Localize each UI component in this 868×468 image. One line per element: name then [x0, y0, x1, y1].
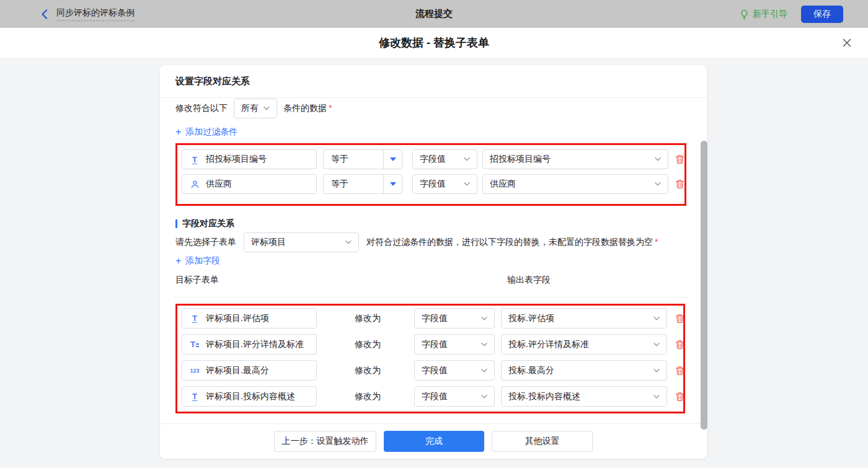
close-button[interactable] [841, 38, 852, 49]
value-type-select[interactable]: 字段值 [414, 386, 495, 407]
text-field-icon: T [189, 314, 200, 323]
mapping-section-title: 字段对应关系 [175, 218, 234, 229]
chevron-down-icon [481, 317, 487, 320]
caret-down-icon [383, 175, 402, 193]
dialog-titlebar: 修改数据 - 替换子表单 [0, 28, 868, 59]
value-type-select[interactable]: 字段值 [412, 149, 477, 169]
multiline-text-field-icon: T [189, 340, 200, 349]
chevron-down-icon [653, 317, 660, 320]
trash-icon [675, 154, 684, 164]
chevron-down-icon [481, 395, 487, 399]
trash-icon [675, 392, 684, 402]
person-field-icon [189, 180, 200, 189]
chevron-down-icon [464, 157, 470, 161]
subform-select[interactable]: 评标项目 [244, 232, 359, 252]
filter-field-chip[interactable]: 供应商 [182, 174, 317, 194]
plus-icon: + [175, 127, 181, 137]
text-field-icon: T [189, 392, 200, 401]
target-field-chip[interactable]: T 评标项目.评估项 [182, 308, 317, 329]
add-filter-link[interactable]: + 添加过滤条件 [175, 126, 237, 138]
target-field-label: 评标项目.评分详情及标准 [206, 339, 304, 350]
divider [160, 97, 707, 98]
chevron-down-icon [653, 343, 660, 347]
trash-icon [675, 366, 684, 376]
filter-field-chip[interactable]: T 招投标项目编号 [182, 149, 317, 169]
subform-line: 请先选择子表单 评标项目 对符合过滤条件的数据，进行以下字段的替换，未配置的字段… [175, 232, 658, 252]
filter-field-label: 招投标项目编号 [206, 154, 267, 165]
mapping-row: T 评标项目.投标内容概述 修改为 字段值 投标.投标内容概述 [160, 386, 707, 407]
value-type-select[interactable]: 字段值 [414, 308, 495, 329]
chevron-down-icon [653, 395, 660, 399]
target-field-label: 评标项目.投标内容概述 [206, 391, 295, 402]
add-field-link[interactable]: + 添加字段 [175, 255, 220, 267]
caret-down-icon [383, 150, 402, 169]
mapping-row: T 评标项目.评估项 修改为 字段值 投标.评估项 [160, 308, 707, 329]
value-select[interactable]: 招投标项目编号 [482, 149, 668, 169]
dialog-footer: 上一步：设置触发动作 完成 其他设置 [160, 431, 707, 452]
chevron-down-icon [653, 369, 660, 373]
delete-row-button[interactable] [673, 178, 686, 190]
chevron-down-icon [345, 241, 352, 244]
trash-icon [675, 314, 684, 324]
output-field-select[interactable]: 投标.最高分 [501, 360, 667, 381]
trash-icon [675, 179, 684, 189]
text-field-icon: T [189, 155, 200, 164]
operator-select[interactable]: 等于 [323, 149, 402, 169]
condition-prefix: 修改符合以下 [175, 103, 228, 114]
delete-row-button[interactable] [673, 153, 686, 166]
close-icon [842, 38, 852, 48]
subform-label: 请先选择子表单 [175, 237, 236, 248]
trash-icon [675, 340, 684, 350]
output-field-select[interactable]: 投标.评估项 [501, 308, 667, 329]
modify-label: 修改为 [349, 308, 386, 329]
delete-row-button[interactable] [673, 364, 686, 377]
value-type-select[interactable]: 字段值 [414, 360, 495, 381]
delete-row-button[interactable] [673, 391, 686, 403]
number-field-icon: 123 [189, 368, 200, 374]
topbar: 同步评标的评标条例 流程提交 新手引导 保存 [0, 0, 868, 28]
divider [160, 423, 707, 424]
topbar-actions: 新手引导 保存 [740, 6, 843, 23]
back-nav[interactable]: 同步评标的评标条例 [41, 7, 135, 21]
back-chevron-icon [41, 9, 48, 19]
value-select[interactable]: 供应商 [482, 174, 668, 194]
divider [175, 297, 688, 298]
previous-step-button[interactable]: 上一步：设置触发动作 [274, 431, 376, 452]
delete-row-button[interactable] [673, 312, 686, 325]
filter-row: T 招投标项目编号 等于 字段值 招投标项目编号 [160, 149, 707, 169]
modify-label: 修改为 [349, 334, 386, 355]
target-field-chip[interactable]: T 评标项目.评分详情及标准 [182, 334, 317, 355]
required-mark: * [329, 103, 332, 113]
chevron-down-icon [655, 157, 661, 161]
section-accent-bar [175, 219, 177, 228]
match-mode-select[interactable]: 所有 [234, 99, 277, 118]
mapping-row: T 评标项目.评分详情及标准 修改为 字段值 投标.评分详情及标准 [160, 334, 707, 355]
operator-select[interactable]: 等于 [323, 174, 402, 194]
chevron-down-icon [264, 107, 270, 110]
mapping-description: 对符合过滤条件的数据，进行以下字段的替换，未配置的字段数据替换为空* [366, 237, 658, 248]
plus-icon: + [175, 256, 181, 266]
target-field-chip[interactable]: 123 评标项目.最高分 [182, 360, 317, 381]
chevron-down-icon [464, 182, 470, 186]
delete-row-button[interactable] [673, 338, 686, 351]
other-settings-button[interactable]: 其他设置 [492, 431, 593, 452]
target-field-label: 评标项目.评估项 [206, 313, 269, 324]
value-type-select[interactable]: 字段值 [414, 334, 495, 355]
output-field-select[interactable]: 投标.投标内容概述 [501, 386, 667, 407]
guide-link[interactable]: 新手引导 [740, 9, 787, 20]
output-field-select[interactable]: 投标.评分详情及标准 [501, 334, 667, 355]
card-title: 设置字段对应关系 [175, 65, 250, 97]
done-button[interactable]: 完成 [384, 431, 484, 452]
chevron-down-icon [655, 182, 661, 186]
value-type-select[interactable]: 字段值 [412, 174, 477, 194]
required-mark: * [655, 237, 658, 247]
target-field-chip[interactable]: T 评标项目.投标内容概述 [182, 386, 317, 407]
scrollbar-thumb[interactable] [701, 141, 707, 430]
column-header-target: 目标子表单 [175, 275, 219, 286]
save-button[interactable]: 保存 [801, 6, 843, 23]
screen: 同步评标的评标条例 流程提交 新手引导 保存 修改数据 - 替换子表单 设置字段… [0, 0, 868, 468]
column-header-output: 输出表字段 [507, 275, 551, 286]
settings-card: 设置字段对应关系 修改符合以下 所有 条件的数据* + 添加过滤条件 T 招投标… [160, 65, 707, 459]
guide-label: 新手引导 [753, 9, 787, 20]
mapping-row: 123 评标项目.最高分 修改为 字段值 投标.最高分 [160, 360, 707, 381]
